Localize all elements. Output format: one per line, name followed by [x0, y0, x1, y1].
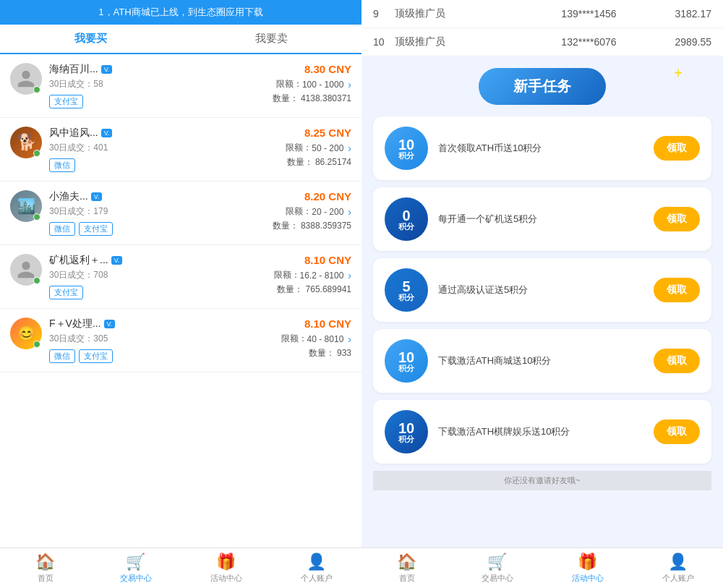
right-nav-item-1[interactable]: 🛒交易中心	[452, 548, 542, 588]
online-indicator	[33, 86, 40, 93]
claim-button[interactable]: 领取	[654, 136, 700, 161]
rank-score: 2989.55	[654, 36, 711, 48]
nav-icon: 👤	[307, 553, 326, 571]
limit-value: 16.2 - 8100	[300, 270, 344, 281]
trade-item[interactable]: 矿机返利＋... V. 30日成交：708 支付宝 8.10 CNY 限额： 1…	[0, 245, 362, 309]
points-number: 10	[398, 137, 414, 152]
trade-price: 8.20 CNY	[243, 190, 351, 203]
limit-value: 50 - 200	[312, 143, 343, 153]
trade-item[interactable]: 🐕 风中追风... V. 30日成交：401 微信 8.25 CNY 限额： 5…	[0, 118, 362, 182]
trade-list: 海纳百川... V. 30日成交：58 支付宝 8.30 CNY 限额： 100…	[0, 54, 362, 547]
payment-tag: 支付宝	[79, 349, 113, 363]
nav-icon: 🏠	[397, 553, 416, 571]
task-card: 10 积分 下载激活ATH棋牌娱乐送10积分 领取	[373, 400, 711, 464]
trade-name-row: 风中追风... V.	[49, 127, 243, 140]
trade-price: 8.30 CNY	[243, 63, 351, 75]
quantity-value: 86.25174	[315, 157, 351, 167]
rank-number: 10	[373, 36, 395, 48]
payment-tags: 微信支付宝	[49, 349, 243, 363]
trade-info: F＋V处理... V. 30日成交：305 微信支付宝	[49, 318, 243, 363]
task-points: 10 积分	[385, 339, 428, 383]
payment-tag: 微信	[49, 222, 75, 236]
trader-name: 海纳百川...	[49, 63, 98, 76]
newbie-title-btn[interactable]: 新手任务	[479, 68, 606, 105]
trade-item[interactable]: 🏙️ 小渔夫... V. 30日成交：179 微信支付宝 8.20 CNY 限额…	[0, 182, 362, 245]
newbie-section: 新手任务 + 10 积分 首次领取ATH币送10积分 领取 0 积分 每开通一个…	[362, 56, 723, 547]
limit-label: 限额：	[276, 78, 302, 90]
right-nav-item-3[interactable]: 👤个人账户	[633, 548, 723, 588]
nav-label: 个人账户	[662, 573, 694, 584]
quantity-label: 数量：	[277, 284, 303, 294]
trade-limit: 限额： 50 - 200 ›	[243, 142, 351, 154]
arrow-icon: ›	[348, 79, 351, 90]
limit-label: 限额：	[286, 142, 312, 154]
avatar-container	[10, 63, 42, 95]
nav-label: 个人账户	[301, 573, 333, 584]
claim-button[interactable]: 领取	[654, 278, 700, 302]
left-nav-item-2[interactable]: 🎁活动中心	[181, 548, 271, 588]
payment-tags: 微信支付宝	[49, 222, 243, 236]
points-label: 积分	[398, 294, 414, 302]
trade-right: 8.20 CNY 限额： 20 - 200 › 数量： 8388.359375	[243, 190, 351, 232]
nav-label: 交易中心	[120, 573, 152, 584]
verified-badge: V.	[111, 256, 123, 265]
tab-buy[interactable]: 我要买	[0, 25, 181, 54]
nav-label: 活动中心	[210, 573, 242, 584]
bottom-tip: 你还没有邀请好友哦~	[373, 471, 711, 490]
leaderboard-row: 9 顶级推广员 139****1456 3182.17	[362, 0, 723, 28]
points-label: 积分	[398, 365, 414, 372]
verified-badge: V.	[101, 129, 113, 137]
payment-tag: 支付宝	[79, 222, 113, 236]
claim-button[interactable]: 领取	[654, 349, 700, 373]
task-description: 首次领取ATH币送10积分	[438, 141, 646, 155]
left-nav-item-0[interactable]: 🏠首页	[0, 548, 90, 588]
right-panel: 9 顶级推广员 139****1456 3182.17 10 顶级推广员 132…	[362, 0, 723, 588]
trade-stats: 30日成交：708	[49, 269, 243, 281]
nav-icon: 🏠	[35, 553, 55, 571]
task-card: 10 积分 下载激活ATH商城送10积分 领取	[373, 329, 711, 393]
newbie-header: 新手任务 +	[373, 68, 711, 105]
claim-button[interactable]: 领取	[654, 207, 700, 231]
task-points: 10 积分	[385, 410, 428, 453]
trade-price: 8.10 CNY	[243, 318, 351, 330]
nav-label: 交易中心	[482, 573, 513, 584]
right-nav-item-2[interactable]: 🎁活动中心	[542, 548, 633, 588]
trade-name-row: 矿机返利＋... V.	[49, 254, 243, 267]
top-banner: 1，ATH商城已上线，到生态圈应用下载	[0, 0, 362, 25]
quantity-value: 933	[337, 348, 351, 358]
nav-label: 首页	[38, 573, 54, 584]
nav-icon: 🎁	[216, 553, 236, 571]
rank-phone: 132****6076	[524, 36, 654, 48]
trade-item[interactable]: 😊 F＋V处理... V. 30日成交：305 微信支付宝 8.10 CNY 限…	[0, 309, 362, 372]
limit-value: 40 - 8010	[307, 334, 344, 344]
trade-stats: 30日成交：58	[49, 78, 243, 90]
rank-title: 顶级推广员	[395, 35, 524, 48]
left-nav-item-1[interactable]: 🛒交易中心	[90, 548, 181, 588]
quantity-value: 4138.380371	[301, 93, 351, 103]
rank-number: 9	[373, 8, 395, 20]
nav-label: 活动中心	[572, 573, 604, 584]
payment-tag: 支付宝	[49, 286, 83, 299]
tab-sell[interactable]: 我要卖	[181, 25, 362, 54]
payment-tags: 支付宝	[49, 286, 243, 299]
trade-stats: 30日成交：305	[49, 333, 243, 345]
right-bottom-nav: 🏠首页🛒交易中心🎁活动中心👤个人账户	[362, 547, 723, 588]
trade-quantity: 数量： 765.689941	[243, 284, 351, 296]
left-nav-item-3[interactable]: 👤个人账户	[271, 548, 362, 588]
leaderboard: 9 顶级推广员 139****1456 3182.17 10 顶级推广员 132…	[362, 0, 723, 56]
right-nav-item-0[interactable]: 🏠首页	[362, 548, 452, 588]
verified-badge: V.	[91, 192, 103, 201]
claim-button[interactable]: 领取	[654, 419, 700, 444]
verified-badge: V.	[101, 65, 113, 74]
trader-name: F＋V处理...	[49, 318, 101, 331]
task-description: 下载激活ATH棋牌娱乐送10积分	[438, 425, 646, 439]
payment-tag: 微信	[49, 158, 75, 172]
nav-icon: 🛒	[487, 553, 507, 571]
rank-phone: 139****1456	[524, 8, 654, 20]
payment-tag: 微信	[49, 349, 75, 363]
trade-quantity: 数量： 933	[243, 347, 351, 359]
trade-item[interactable]: 海纳百川... V. 30日成交：58 支付宝 8.30 CNY 限额： 100…	[0, 54, 362, 118]
rank-score: 3182.17	[654, 8, 711, 20]
avatar-container: 🏙️	[10, 190, 42, 222]
limit-value: 20 - 200	[312, 207, 343, 217]
